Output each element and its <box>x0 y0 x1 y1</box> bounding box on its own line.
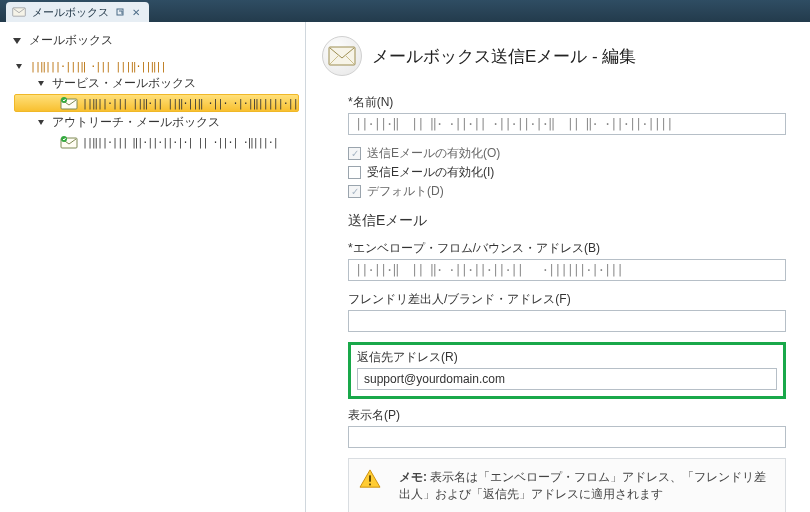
mailbox-item-icon <box>60 135 78 149</box>
tree-group-label: サービス・メールボックス <box>52 75 196 92</box>
expand-icon <box>38 81 44 86</box>
svg-point-5 <box>61 136 67 142</box>
sidebar-title: メールボックス <box>29 32 113 49</box>
tree-root[interactable]: ||‖|||·|||‖ ·||| |||‖·||‖|| <box>14 59 299 73</box>
default-label: デフォルト(D) <box>367 183 444 200</box>
tree-group-service[interactable]: サービス・メールボックス <box>14 73 299 94</box>
reply-to-label: 返信先アドレス(R) <box>357 349 777 366</box>
tree-group-label: アウトリーチ・メールボックス <box>52 114 220 131</box>
note-box: メモ: 表示名は「エンベロープ・フロム」アドレス、「フレンドリ差出人」および「返… <box>348 458 786 512</box>
page-title: メールボックス送信Eメール - 編集 <box>372 45 636 68</box>
note-label: メモ: <box>399 470 427 484</box>
incoming-enable-label: 受信Eメールの有効化(I) <box>367 164 494 181</box>
friendly-from-input[interactable] <box>348 310 786 332</box>
warning-icon <box>359 469 381 489</box>
mailbox-tree: ||‖|||·|||‖ ·||| |||‖·||‖|| サービス・メールボックス… <box>8 59 299 151</box>
sidebar-header[interactable]: メールボックス <box>8 30 299 59</box>
outgoing-section-title: 送信Eメール <box>348 212 786 230</box>
name-label: *名前(N) <box>348 94 786 111</box>
reply-to-input[interactable] <box>357 368 777 390</box>
redacted-label: ||‖|||·|||‖ ·||| |||‖·||‖|| <box>30 61 166 71</box>
tab-popout-icon[interactable] <box>115 7 125 17</box>
outgoing-enable-checkbox: ✓ <box>348 147 361 160</box>
tree-item-service-mailbox[interactable]: ||‖||·||| ||‖·|| ||‖·||‖ ·||· ·|·|‖|||||… <box>14 94 299 112</box>
tab-strip: メールボックス ✕ <box>0 0 810 22</box>
default-row: ✓ デフォルト(D) <box>348 183 786 200</box>
incoming-enable-checkbox[interactable] <box>348 166 361 179</box>
outgoing-enable-label: 送信Eメールの有効化(O) <box>367 145 500 162</box>
envelope-from-input[interactable] <box>348 259 786 281</box>
svg-point-3 <box>61 97 67 103</box>
outgoing-enable-row: ✓ 送信Eメールの有効化(O) <box>348 145 786 162</box>
mailbox-form: *名前(N) ✓ 送信Eメールの有効化(O) 受信Eメールの有効化(I) ✓ デ… <box>322 94 794 512</box>
chevron-down-icon <box>13 38 21 44</box>
main-panel: メールボックス送信Eメール - 編集 *名前(N) ✓ 送信Eメールの有効化(O… <box>306 22 810 512</box>
display-name-input[interactable] <box>348 426 786 448</box>
redacted-label: ||‖||·||| ||‖·|| ||‖·||‖ ·||· ·|·|‖|||||… <box>82 98 298 108</box>
envelope-icon <box>322 36 362 76</box>
sidebar: メールボックス ||‖|||·|||‖ ·||| |||‖·||‖|| サービス… <box>0 22 306 512</box>
note-text: 表示名は「エンベロープ・フロム」アドレス、「フレンドリ差出人」および「返信先」ア… <box>399 470 766 501</box>
tab-close-icon[interactable]: ✕ <box>131 7 141 17</box>
expand-icon <box>38 120 44 125</box>
tab-title: メールボックス <box>32 5 109 20</box>
name-input[interactable] <box>348 113 786 135</box>
tree-item-outreach-mailbox[interactable]: ||‖||·||| ‖|·||·||·|·| || ·||·| ·‖|||·| <box>14 133 299 151</box>
tree-group-outreach[interactable]: アウトリーチ・メールボックス <box>14 112 299 133</box>
mail-icon <box>12 7 26 17</box>
reply-to-highlight: 返信先アドレス(R) <box>348 342 786 399</box>
display-name-label: 表示名(P) <box>348 407 786 424</box>
redacted-label: ||‖||·||| ‖|·||·||·|·| || ·||·| ·‖|||·| <box>82 137 278 147</box>
expand-icon <box>16 64 22 69</box>
friendly-from-label: フレンドリ差出人/ブランド・アドレス(F) <box>348 291 786 308</box>
envelope-label: *エンベロープ・フロム/バウンス・アドレス(B) <box>348 240 786 257</box>
default-checkbox: ✓ <box>348 185 361 198</box>
svg-rect-8 <box>369 484 371 486</box>
svg-rect-7 <box>369 475 371 481</box>
svg-rect-6 <box>329 47 355 65</box>
mailbox-item-icon <box>60 96 78 110</box>
tab-mailbox[interactable]: メールボックス ✕ <box>6 2 149 22</box>
